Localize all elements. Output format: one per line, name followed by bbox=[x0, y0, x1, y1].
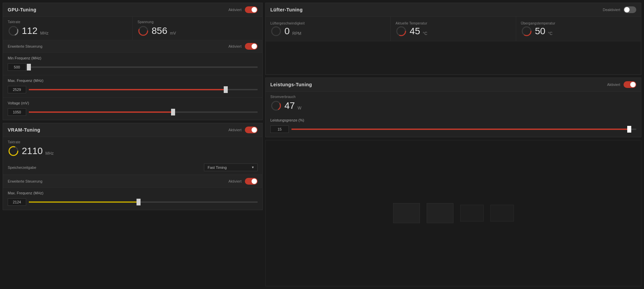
lufter-geschwindigkeit-section: Lüftergeschwindigkeit 0 RPM bbox=[266, 17, 391, 41]
vram-erweiterte-row: Erweiterte Steuerung Aktiviert bbox=[3, 175, 262, 188]
lufter-uebergang-row: 50 °C bbox=[521, 26, 636, 37]
leistungs-header-right: Aktiviert bbox=[607, 81, 636, 88]
max-freq-thumb[interactable] bbox=[224, 86, 228, 93]
lufter-geschw-label: Lüftergeschwindigkeit bbox=[270, 21, 305, 25]
thumbnail-3 bbox=[460, 205, 484, 222]
min-freq-thumb[interactable] bbox=[27, 64, 31, 70]
voltage-value: 1050 bbox=[8, 108, 26, 116]
min-freq-slider[interactable] bbox=[29, 66, 258, 68]
min-freq-section: Min Frequenz (MHz) 500 bbox=[3, 53, 262, 75]
voltage-slider[interactable] bbox=[29, 111, 258, 113]
vram-max-freq-thumb[interactable] bbox=[137, 199, 141, 205]
left-column: GPU-Tuning Aktiviert Taktrate 112 bbox=[3, 3, 263, 286]
lufter-title: Lüfter-Tuning bbox=[270, 7, 303, 12]
lufter-geschw-value: 0 bbox=[284, 27, 290, 36]
gpu-tuning-header-right: Aktiviert bbox=[228, 6, 258, 13]
min-freq-title: Min Frequenz (MHz) bbox=[8, 56, 258, 60]
right-bottom-area bbox=[265, 140, 641, 286]
strom-value: 47 bbox=[284, 101, 295, 110]
vram-tuning-panel: VRAM-Tuning Aktiviert Taktrate 2110 bbox=[3, 123, 263, 210]
lufter-geschw-unit: RPM bbox=[292, 31, 302, 36]
spannung-gauge bbox=[138, 25, 149, 37]
vram-taktrate-value-row: 2110 MHz bbox=[8, 145, 258, 157]
leistungsgrenze-slider[interactable] bbox=[291, 129, 636, 130]
erweiterte-header-label: Aktiviert bbox=[228, 44, 241, 48]
leistungs-strom-section: Stromverbrauch 47 W bbox=[266, 92, 641, 115]
leistungs-title: Leistungs-Tuning bbox=[270, 82, 312, 87]
lufter-geschw-row: 0 RPM bbox=[270, 26, 386, 37]
speicherzeitgabe-select[interactable]: Fast Timing ▾ bbox=[204, 163, 258, 171]
lufter-uebergang-unit: °C bbox=[548, 31, 552, 36]
svg-point-6 bbox=[272, 27, 280, 36]
leistungs-toggle[interactable] bbox=[624, 81, 636, 88]
vram-taktrate-value: 2110 bbox=[22, 146, 43, 156]
voltage-title: Voltage (mV) bbox=[8, 101, 258, 105]
vram-erweiterte-toggle[interactable] bbox=[245, 178, 258, 185]
vram-taktrate-label: Taktrate bbox=[8, 140, 258, 144]
spannung-value-row: 856 mV bbox=[138, 25, 258, 37]
lufter-header: Lüfter-Tuning Deaktiviert bbox=[266, 3, 641, 17]
leistungs-tuning-panel: Leistungs-Tuning Aktiviert Stromverbrauc… bbox=[265, 78, 641, 137]
lufter-uebergang-label: Übergangstemperatur bbox=[521, 21, 555, 25]
lufter-tuning-panel: Lüfter-Tuning Deaktiviert Lüftergeschwin… bbox=[265, 3, 641, 75]
leistungsgrenze-section: Leistungsgrenze (%) 15 bbox=[266, 115, 641, 137]
voltage-thumb[interactable] bbox=[171, 109, 175, 115]
taktrate-value-row: 112 MHz bbox=[8, 25, 128, 37]
leistungsgrenze-title: Leistungsgrenze (%) bbox=[270, 118, 636, 122]
gpu-tuning-title: GPU-Tuning bbox=[8, 7, 37, 12]
vram-tuning-title: VRAM-Tuning bbox=[8, 127, 40, 133]
gpu-tuning-header-label: Aktiviert bbox=[228, 8, 241, 12]
speicherzeitgabe-label: Speicherzeitgabe bbox=[8, 165, 36, 170]
lufter-temp-row: 45 °C bbox=[395, 26, 511, 37]
thumbnail-2 bbox=[427, 203, 453, 223]
taktrate-label: Taktrate bbox=[8, 20, 128, 24]
vram-header-right: Aktiviert bbox=[228, 127, 258, 133]
strom-value-row: 47 W bbox=[270, 100, 636, 111]
chevron-down-icon: ▾ bbox=[252, 165, 254, 170]
vram-toggle[interactable] bbox=[245, 127, 258, 133]
max-freq-slider[interactable] bbox=[29, 89, 258, 90]
lufter-temp-section: Aktuelle Temperatur 45 °C bbox=[391, 17, 516, 41]
leistungsgrenze-fill bbox=[291, 129, 629, 130]
spannung-unit: mV bbox=[170, 31, 176, 36]
lufter-temp-label: Aktuelle Temperatur bbox=[395, 21, 427, 25]
vram-taktrate-section: Taktrate 2110 MHz bbox=[3, 137, 262, 160]
leistungs-header-label: Aktiviert bbox=[607, 83, 620, 87]
spannung-label: Spannung bbox=[138, 20, 258, 24]
lufter-chart bbox=[266, 41, 641, 75]
voltage-fill bbox=[29, 111, 173, 113]
lufter-temp-unit: °C bbox=[423, 31, 427, 36]
lufter-uebergang-gauge bbox=[521, 26, 532, 37]
taktrate-value: 112 bbox=[22, 26, 38, 36]
lufter-temp-gauge bbox=[395, 26, 407, 37]
speicherzeitgabe-row: Speicherzeitgabe Fast Timing ▾ bbox=[3, 160, 262, 175]
thumbnail-1 bbox=[393, 203, 420, 223]
vram-max-freq-slider[interactable] bbox=[29, 201, 258, 203]
vram-max-freq-section: Max. Frequenz (MHz) 2124 bbox=[3, 188, 262, 210]
max-freq-fill bbox=[29, 89, 226, 90]
spannung-value: 856 bbox=[152, 26, 167, 36]
gpu-taktrate-section: Taktrate 112 MHz bbox=[3, 17, 133, 40]
leistungsgrenze-value: 15 bbox=[270, 126, 289, 133]
vram-taktrate-gauge bbox=[8, 145, 19, 157]
gpu-tuning-toggle[interactable] bbox=[245, 6, 258, 13]
min-freq-row: 500 bbox=[8, 63, 258, 71]
lufter-toggle[interactable] bbox=[624, 6, 636, 13]
lufter-temp-value: 45 bbox=[410, 27, 420, 36]
lufter-uebergang-section: Übergangstemperatur 50 °C bbox=[516, 17, 641, 41]
vram-header-label: Aktiviert bbox=[228, 128, 241, 132]
voltage-section: Voltage (mV) 1050 bbox=[3, 98, 262, 120]
lufter-uebergang-value: 50 bbox=[535, 27, 545, 36]
vram-erweiterte-header-label: Aktiviert bbox=[228, 179, 241, 183]
max-freq-value: 2529 bbox=[8, 86, 26, 93]
vram-erweiterte-right: Aktiviert bbox=[228, 178, 258, 185]
gpu-tuning-header: GPU-Tuning Aktiviert bbox=[3, 3, 262, 17]
vram-max-freq-row: 2124 bbox=[8, 198, 258, 206]
max-freq-title: Max. Frequenz (MHz) bbox=[8, 79, 258, 83]
erweiterte-toggle[interactable] bbox=[245, 43, 258, 50]
leistungsgrenze-thumb[interactable] bbox=[627, 126, 631, 133]
voltage-row: 1050 bbox=[8, 108, 258, 116]
vram-taktrate-unit: MHz bbox=[45, 151, 54, 156]
vram-taktrate-col: Taktrate 2110 MHz bbox=[3, 137, 262, 160]
erweiterte-label: Erweiterte Steuerung bbox=[8, 44, 42, 48]
